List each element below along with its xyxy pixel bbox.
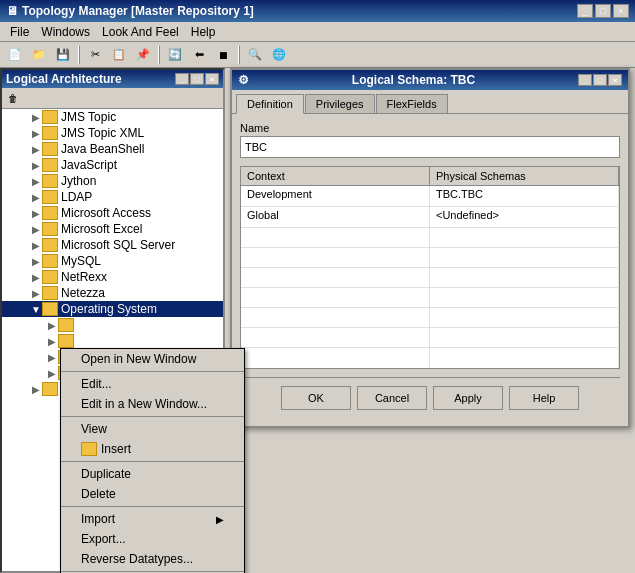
close-button[interactable]: × — [613, 4, 629, 18]
tree-item-label: Microsoft SQL Server — [61, 238, 175, 252]
toolbar-separator-2 — [158, 46, 160, 64]
folder-icon — [42, 206, 58, 220]
expand-icon: ▶ — [30, 160, 42, 171]
context-menu: Open in New Window Edit... Edit in a New… — [60, 348, 245, 573]
window-controls: _ □ × — [577, 4, 629, 18]
tree-item-ms-excel[interactable]: ▶ Microsoft Excel — [2, 221, 223, 237]
app-title-bar: 🖥 Topology Manager [Master Repository 1]… — [0, 0, 635, 22]
tree-item-jython[interactable]: ▶ Jython — [2, 173, 223, 189]
menu-file[interactable]: File — [4, 23, 35, 41]
ctx-delete[interactable]: Delete — [61, 484, 244, 504]
panel-title: Logical Architecture — [6, 72, 122, 86]
app-icon: 🖥 — [6, 4, 18, 18]
expand-icon: ▶ — [30, 256, 42, 267]
ctx-insert[interactable]: Insert — [61, 439, 244, 459]
search-button[interactable]: 🔍 — [244, 45, 266, 65]
folder-icon — [42, 286, 58, 300]
menu-help[interactable]: Help — [185, 23, 222, 41]
ctx-edit-new-window[interactable]: Edit in a New Window... — [61, 394, 244, 414]
tree-item-label: JMS Topic XML — [61, 126, 144, 140]
panel-delete-button[interactable]: 🗑 — [4, 90, 22, 106]
folder-icon — [42, 270, 58, 284]
folder-icon — [42, 190, 58, 204]
tree-item-ldap[interactable]: ▶ LDAP — [2, 189, 223, 205]
expand-icon: ▶ — [30, 384, 42, 395]
tab-flexfields[interactable]: FlexFields — [376, 94, 448, 113]
ok-button[interactable]: OK — [281, 386, 351, 410]
cancel-button[interactable]: Cancel — [357, 386, 427, 410]
panel-close-button[interactable]: × — [205, 73, 219, 85]
ctx-export[interactable]: Export... — [61, 529, 244, 549]
app-title: 🖥 Topology Manager [Master Repository 1] — [6, 4, 254, 18]
ctx-open-new-window[interactable]: Open in New Window — [61, 349, 244, 369]
context-header: Context — [241, 167, 430, 185]
name-input[interactable] — [240, 136, 620, 158]
ctx-reverse-datatypes[interactable]: Reverse Datatypes... — [61, 549, 244, 569]
copy-button[interactable]: 📋 — [108, 45, 130, 65]
refresh-button[interactable]: 🔄 — [164, 45, 186, 65]
ctx-duplicate[interactable]: Duplicate — [61, 464, 244, 484]
dialog-minimize-button[interactable]: _ — [578, 74, 592, 86]
panel-minimize-button[interactable]: _ — [175, 73, 189, 85]
cut-button[interactable]: ✂ — [84, 45, 106, 65]
dialog-title-bar: ⚙ Logical Schema: TBC _ □ × — [232, 70, 628, 90]
submenu-arrow-icon: ▶ — [216, 514, 224, 525]
help-button[interactable]: Help — [509, 386, 579, 410]
ctx-separator-4 — [61, 506, 244, 507]
dialog-maximize-button[interactable]: □ — [593, 74, 607, 86]
stop-button[interactable]: ⏹ — [212, 45, 234, 65]
folder-icon — [42, 238, 58, 252]
panel-restore-button[interactable]: □ — [190, 73, 204, 85]
ctx-import[interactable]: Import ▶ — [61, 509, 244, 529]
table-row[interactable]: Development TBC.TBC — [241, 186, 619, 207]
ctx-view[interactable]: View — [61, 419, 244, 439]
tree-item-label: Java BeanShell — [61, 142, 144, 156]
tree-item-mysql[interactable]: ▶ MySQL — [2, 253, 223, 269]
minimize-button[interactable]: _ — [577, 4, 593, 18]
table-row-empty — [241, 228, 619, 248]
tree-item-label: JavaScript — [61, 158, 117, 172]
tree-item-javascript[interactable]: ▶ JavaScript — [2, 157, 223, 173]
folder-icon — [42, 222, 58, 236]
tree-item-label: Jython — [61, 174, 96, 188]
folder-icon — [58, 318, 74, 332]
open-button[interactable]: 📁 — [28, 45, 50, 65]
expand-icon: ▶ — [30, 272, 42, 283]
tab-definition[interactable]: Definition — [236, 94, 304, 114]
save-button[interactable]: 💾 — [52, 45, 74, 65]
main-content: Logical Architecture _ □ × 🗑 ▶ JMS Topic… — [0, 68, 635, 573]
expand-icon: ▶ — [46, 368, 58, 379]
menu-look-feel[interactable]: Look And Feel — [96, 23, 185, 41]
folder-icon — [42, 126, 58, 140]
tree-item-netrexx[interactable]: ▶ NetRexx — [2, 269, 223, 285]
paste-button[interactable]: 📌 — [132, 45, 154, 65]
toolbar-separator-1 — [78, 46, 80, 64]
folder-icon — [42, 142, 58, 156]
tree-item-os-sub2[interactable]: ▶ — [2, 333, 223, 349]
new-button[interactable]: 📄 — [4, 45, 26, 65]
menu-windows[interactable]: Windows — [35, 23, 96, 41]
tree-item-jms-topic-xml[interactable]: ▶ JMS Topic XML — [2, 125, 223, 141]
tree-item-netezza[interactable]: ▶ Netezza — [2, 285, 223, 301]
tab-privileges[interactable]: Privileges — [305, 94, 375, 113]
maximize-button[interactable]: □ — [595, 4, 611, 18]
dialog-title-text: Logical Schema: TBC — [352, 73, 475, 87]
dialog-close-button[interactable]: × — [608, 74, 622, 86]
connect-button[interactable]: 🌐 — [268, 45, 290, 65]
tree-item-java-beanshell[interactable]: ▶ Java BeanShell — [2, 141, 223, 157]
menu-bar: File Windows Look And Feel Help — [0, 22, 635, 42]
folder-icon — [42, 110, 58, 124]
tree-item-os-sub1[interactable]: ▶ — [2, 317, 223, 333]
tree-item-jms-topic[interactable]: ▶ JMS Topic — [2, 109, 223, 125]
tree-item-label: LDAP — [61, 190, 92, 204]
tree-item-operating-system[interactable]: ▼ Operating System — [2, 301, 223, 317]
expand-icon: ▶ — [30, 240, 42, 251]
ctx-edit[interactable]: Edit... — [61, 374, 244, 394]
table-row[interactable]: Global <Undefined> — [241, 207, 619, 228]
apply-button[interactable]: Apply — [433, 386, 503, 410]
tree-item-ms-sql-server[interactable]: ▶ Microsoft SQL Server — [2, 237, 223, 253]
ctx-separator-2 — [61, 416, 244, 417]
tree-item-ms-access[interactable]: ▶ Microsoft Access — [2, 205, 223, 221]
tree-item-label: Microsoft Excel — [61, 222, 142, 236]
back-button[interactable]: ⬅ — [188, 45, 210, 65]
